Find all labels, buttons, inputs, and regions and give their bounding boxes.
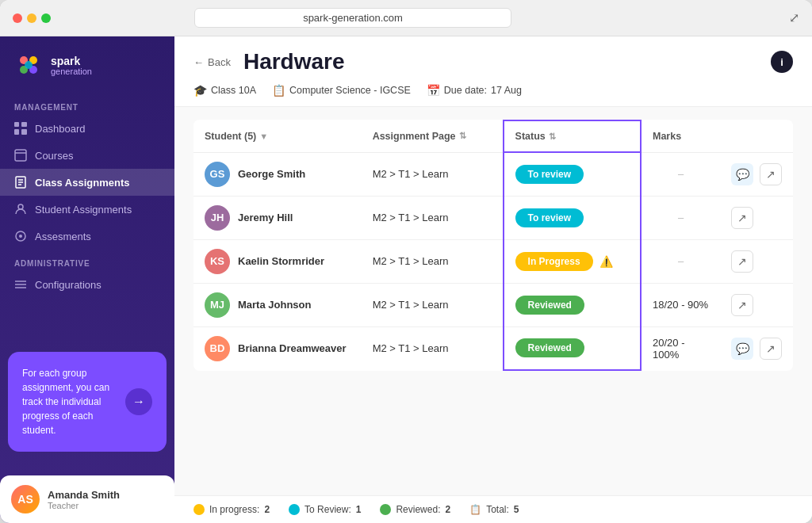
logo-text: spark generation — [51, 55, 92, 77]
status-bar: In progress: 2 To Review: 1 Reviewed: 2 … — [174, 495, 812, 523]
actions-cell-1: ↗ — [720, 196, 793, 239]
subject-label: Computer Science - IGCSE — [289, 85, 411, 96]
back-arrow-icon: ← — [193, 56, 204, 68]
page-title: Hardware — [243, 49, 345, 74]
address-bar[interactable]: spark-generation.com — [194, 8, 511, 28]
status-cell-3: Reviewed — [504, 283, 641, 326]
user-name: Amanda Smith — [48, 489, 120, 501]
minimize-dot[interactable] — [27, 13, 36, 23]
top-bar: ← Back Hardware i 🎓 Class 10A 📋 Computer… — [174, 36, 812, 107]
status-col-header[interactable]: Status ⇅ — [504, 120, 641, 152]
user-info: Amanda Smith Teacher — [48, 489, 120, 510]
in-progress-label: In progress: — [209, 504, 259, 515]
student-col-label: Student (5) — [205, 131, 256, 142]
courses-icon — [14, 149, 27, 162]
chat-icon-4[interactable]: 💬 — [731, 338, 753, 360]
sidebar-item-dashboard-label: Dashboard — [35, 123, 86, 135]
status-bar-in-progress: In progress: 2 — [193, 504, 270, 515]
logo-gen: generation — [51, 67, 92, 77]
back-label: Back — [208, 56, 231, 68]
student-cell-0: GS George Smith — [193, 152, 362, 196]
student-col-header[interactable]: Student (5) ▼ — [193, 120, 362, 152]
info-button[interactable]: i — [771, 51, 793, 73]
status-filter-icon: ⇅ — [549, 132, 556, 142]
assignment-cell-0: M2 > T1 > Learn — [362, 152, 504, 196]
table-row: GS George Smith M2 > T1 > Learn To revie… — [193, 152, 793, 196]
status-badge-1: To review — [515, 208, 584, 227]
subject-meta: 📋 Computer Science - IGCSE — [272, 84, 411, 97]
main-content: ← Back Hardware i 🎓 Class 10A 📋 Computer… — [174, 36, 812, 523]
table-row: MJ Marta Johnson M2 > T1 > Learn Reviewe… — [193, 283, 793, 326]
external-link-icon-2[interactable]: ↗ — [731, 250, 753, 273]
subject-icon: 📋 — [272, 84, 285, 97]
svg-rect-5 — [14, 122, 19, 127]
external-link-icon-4[interactable]: ↗ — [760, 338, 782, 360]
sidebar-item-class-assignments[interactable]: Class Assignments — [0, 169, 174, 196]
close-dot[interactable] — [13, 13, 22, 23]
student-name-4: Brianna Dreamweaver — [238, 342, 347, 354]
student-name-0: George Smith — [238, 168, 305, 180]
sidebar-item-assessments-label: Assesments — [35, 231, 91, 242]
sidebar-item-configurations[interactable]: Configurations — [0, 271, 174, 298]
status-cell-0: To review — [504, 152, 641, 196]
external-link-icon-3[interactable]: ↗ — [731, 294, 753, 316]
status-bar-total: 📋 Total: 5 — [469, 504, 519, 515]
logo-icon — [14, 52, 43, 81]
expand-icon[interactable]: ⤢ — [789, 10, 799, 25]
sidebar-item-assessments[interactable]: Assesments — [0, 223, 174, 250]
student-avatar-2: KS — [205, 249, 230, 274]
user-role: Teacher — [48, 501, 120, 510]
dashboard-icon — [14, 122, 27, 135]
actions-cell-4: 💬 ↗ — [720, 326, 793, 370]
marks-col-label: Marks — [653, 131, 681, 142]
sidebar-item-class-assignments-label: Class Assignments — [35, 177, 129, 189]
sidebar-item-student-assignments[interactable]: Student Assignments — [0, 196, 174, 223]
avatar: AS — [11, 485, 40, 513]
student-cell-1: JH Jeremy Hill — [193, 196, 362, 239]
table-header-row: Student (5) ▼ Assignment Page ⇅ — [193, 120, 793, 152]
tooltip-text: For each group assignment, you can track… — [22, 366, 117, 437]
assignment-col-header[interactable]: Assignment Page ⇅ — [362, 120, 504, 152]
svg-point-15 — [18, 204, 23, 209]
table-body: GS George Smith M2 > T1 > Learn To revie… — [193, 152, 793, 370]
table-row: KS Kaelin Stormrider M2 > T1 > Learn In … — [193, 239, 793, 283]
class-assignments-icon — [14, 176, 27, 189]
assignment-cell-3: M2 > T1 > Learn — [362, 283, 504, 326]
assignments-table: Student (5) ▼ Assignment Page ⇅ — [193, 120, 793, 371]
sidebar-item-dashboard[interactable]: Dashboard — [0, 115, 174, 142]
warning-icon-2: ⚠️ — [599, 255, 613, 268]
user-card: AS Amanda Smith Teacher — [0, 475, 174, 523]
student-cell-3: MJ Marta Johnson — [193, 283, 362, 326]
browser-window: spark-generation.com ⤢ spark generation — [0, 0, 812, 523]
back-button[interactable]: ← Back — [193, 56, 231, 68]
section-administrative-label: Administrative — [0, 250, 174, 271]
table-row: BD Brianna Dreamweaver M2 > T1 > Learn R… — [193, 326, 793, 370]
in-progress-count: 2 — [264, 504, 270, 515]
marks-cell-0: – — [641, 152, 720, 196]
status-cell-1: To review — [504, 196, 641, 239]
marks-cell-2: – — [641, 239, 720, 283]
maximize-dot[interactable] — [41, 13, 51, 23]
assignment-cell-1: M2 > T1 > Learn — [362, 196, 504, 239]
student-avatar-3: MJ — [205, 292, 230, 318]
chat-icon-0[interactable]: 💬 — [731, 163, 753, 185]
status-col-label: Status — [515, 131, 546, 142]
tooltip-box: For each group assignment, you can track… — [8, 352, 167, 452]
back-row: ← Back Hardware i — [193, 49, 793, 74]
due-date-meta: 📅 Due date: 17 Aug — [427, 84, 522, 97]
status-badge-4: Reviewed — [515, 338, 584, 357]
external-link-icon-1[interactable]: ↗ — [731, 207, 753, 229]
reviewed-label: Reviewed: — [396, 504, 440, 515]
total-count: 5 — [514, 504, 519, 515]
assignment-cell-4: M2 > T1 > Learn — [362, 326, 504, 370]
svg-point-17 — [19, 235, 22, 238]
actions-cell-2: ↗ — [720, 239, 793, 283]
assignment-col-label: Assignment Page — [373, 131, 456, 142]
student-avatar-4: BD — [205, 336, 230, 361]
svg-point-4 — [25, 61, 33, 69]
external-link-icon-0[interactable]: ↗ — [760, 163, 782, 185]
tooltip-arrow-button[interactable]: → — [125, 388, 152, 415]
table-container: Student (5) ▼ Assignment Page ⇅ — [174, 107, 812, 495]
to-review-count: 1 — [356, 504, 362, 515]
sidebar-item-courses[interactable]: Courses — [0, 142, 174, 169]
